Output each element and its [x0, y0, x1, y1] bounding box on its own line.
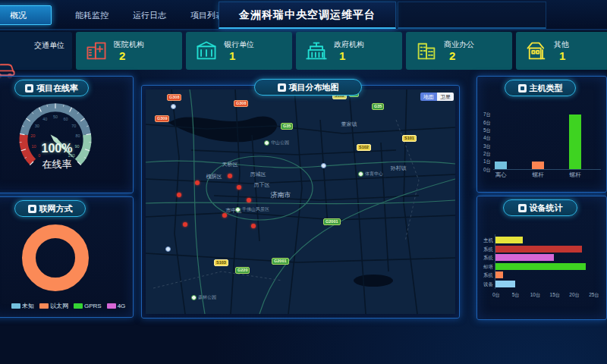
project-marker-6[interactable] — [183, 222, 187, 227]
poi-label: 森林公园 — [198, 294, 216, 301]
map-poi-森林公园: 森林公园 — [191, 294, 216, 301]
station-marker-2 — [321, 163, 326, 168]
tab-概况[interactable]: 概况 — [0, 5, 52, 25]
project-marker-7[interactable] — [251, 224, 256, 228]
stat-card-label: 交通单位 — [34, 40, 64, 51]
stat-card-value: 2 — [449, 49, 455, 62]
bar-螺杆 — [569, 115, 581, 169]
x-tick-label: 5台 — [508, 292, 524, 299]
row-label-5: 设备 — [477, 281, 493, 288]
network-donut-chart — [22, 224, 89, 291]
map-view-button[interactable]: 地图 — [420, 93, 437, 101]
legend-swatch — [39, 303, 49, 309]
y-tick-label: 7台 — [477, 111, 491, 118]
stat-card-商业办公[interactable]: 商业办公2 — [406, 32, 512, 70]
map-city-label-历城区: 历城区 — [250, 171, 266, 178]
road-badge-G35: G35 — [372, 103, 384, 110]
stat-card-label: 商业办公 — [444, 39, 474, 50]
map-city-label-历下区: 历下区 — [254, 181, 270, 189]
svg-text:20: 20 — [30, 133, 35, 138]
map-city-label-董家镇: 董家镇 — [341, 121, 357, 128]
link-icon — [25, 84, 33, 93]
poi-dot — [358, 171, 363, 177]
panel-project-map: 项目分布地图 — [141, 85, 460, 318]
map-city-label-孙村镇: 孙村镇 — [391, 165, 407, 172]
legend-swatch — [74, 303, 83, 309]
panel-network-type: 联网方式 未知以太网GPRS4G — [0, 196, 134, 318]
bar-离心 — [495, 162, 507, 169]
legend-label: 未知 — [22, 302, 34, 310]
legend-item-GPRS[interactable]: GPRS — [74, 303, 102, 309]
road-badge-G2001: G2001 — [323, 218, 341, 225]
stat-card-政府机构[interactable]: 政府机构1 — [296, 32, 402, 70]
legend-label: GPRS — [84, 303, 102, 309]
svg-text:30: 30 — [35, 124, 39, 128]
stat-card-label: 政府机构 — [334, 39, 364, 50]
bar-系统-4 — [495, 271, 503, 278]
svg-text:50: 50 — [53, 115, 58, 119]
online-rate-pill: 项目在线率 — [14, 80, 89, 96]
panel-title-device-stats: 设备统计 — [530, 202, 563, 214]
house-icon — [525, 39, 548, 62]
office-icon — [415, 39, 438, 62]
station-marker-1 — [165, 246, 171, 252]
poi-label: 千佛山风景区 — [242, 206, 269, 213]
stat-card-value: 2 — [119, 49, 125, 62]
stat-card-交通单位[interactable]: 交通单位 — [0, 32, 72, 70]
y-tick-label: 5台 — [477, 127, 491, 134]
road-badge-G308: G308 — [234, 100, 248, 107]
poi-label: 体育中心 — [365, 171, 383, 177]
panel-title-map: 项目分布地图 — [289, 82, 339, 93]
bar-系统-2 — [495, 254, 554, 261]
x-axis-line — [493, 169, 601, 170]
legend-item-未知[interactable]: 未知 — [11, 302, 34, 310]
network-type-pill: 联网方式 — [14, 200, 86, 217]
project-marker-4[interactable] — [195, 180, 200, 185]
gauge-label: 在线率 — [4, 158, 110, 171]
svg-text:60: 60 — [64, 117, 68, 121]
project-marker-3[interactable] — [222, 213, 227, 218]
panel-host-type: 主机类型 0台1台2台3台4台5台6台7台离心螺杆螺杆 — [476, 76, 607, 193]
globe-icon — [28, 205, 36, 213]
bar-却塔-3 — [495, 263, 586, 270]
poi-label: 华山公园 — [271, 140, 289, 146]
satellite-view-button[interactable]: 卫星 — [437, 93, 454, 101]
x-category-label: 螺杆 — [563, 171, 587, 179]
x-tick-label: 10台 — [528, 292, 543, 299]
map-city-label-天桥区: 天桥区 — [222, 161, 238, 168]
project-marker-1[interactable] — [237, 185, 241, 190]
road-badge-G220: G220 — [235, 267, 250, 274]
x-category-label: 螺杆 — [526, 171, 550, 179]
tab-能耗监控[interactable]: 能耗监控 — [64, 6, 119, 24]
tab-运行日志[interactable]: 运行日志 — [122, 6, 177, 24]
road-badge-S103: S103 — [214, 259, 228, 266]
gauge-value: 100% — [4, 142, 110, 155]
map-canvas[interactable]: 济南市历城区历下区槐荫区天桥区市中区董家镇孙村镇G308G309G308G3G3… — [146, 89, 455, 314]
road-badge-S101: S101 — [402, 135, 417, 142]
poi-dot — [235, 207, 241, 212]
device-stats-pill: 设备统计 — [503, 199, 577, 216]
title-side-decor — [398, 2, 546, 29]
bar-主机-0 — [495, 237, 523, 243]
legend-item-4G[interactable]: 4G — [107, 303, 126, 309]
dashboard: 概况能耗监控运行日志项目列表视频监控 金洲科瑞中央空调运维平台 交通单位医院机构… — [0, 0, 607, 364]
stat-card-其他[interactable]: 其他1 — [516, 32, 607, 70]
stat-card-医院机构[interactable]: 医院机构2 — [76, 32, 182, 70]
project-marker-5[interactable] — [177, 193, 181, 197]
legend-swatch — [11, 303, 20, 309]
stat-card-label: 其他 — [554, 39, 569, 50]
svg-text:80: 80 — [76, 133, 80, 138]
row-label-0: 主机 — [477, 237, 493, 244]
stat-card-银行单位[interactable]: 银行单位1 — [186, 32, 292, 70]
legend-label: 4G — [118, 303, 126, 309]
device-stats-chart: 主机系统系统却塔系统设备0台5台10台15台20台25台 — [477, 225, 605, 310]
road-badge-G35: G35 — [281, 123, 293, 130]
project-marker-2[interactable] — [247, 198, 251, 202]
road-badge-G308: G308 — [167, 94, 181, 101]
project-marker-0[interactable] — [228, 174, 232, 178]
legend-swatch — [107, 303, 116, 309]
y-tick-label: 3台 — [477, 143, 491, 150]
host-type-pill: 主机类型 — [505, 80, 576, 96]
project-map-pill: 项目分布地图 — [254, 79, 362, 96]
legend-item-以太网[interactable]: 以太网 — [39, 302, 68, 310]
